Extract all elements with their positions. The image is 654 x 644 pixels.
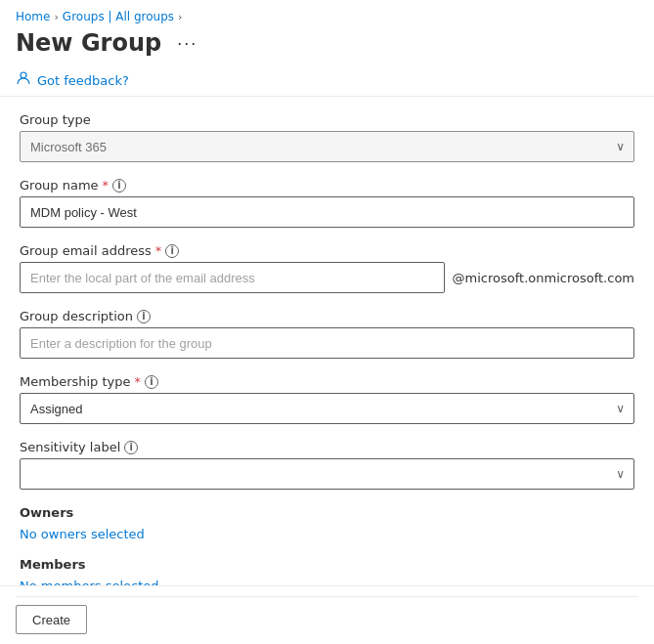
group-email-info-icon[interactable]: i — [165, 244, 179, 258]
no-members-link[interactable]: No members selected — [20, 579, 159, 585]
page-title: New Group — [16, 29, 161, 57]
sensitivity-label-select-wrapper: ∨ — [20, 458, 634, 490]
membership-type-field: Membership type * i AssignedDynamic User… — [20, 374, 634, 424]
form-container: Group type Microsoft 365SecurityMail-ena… — [0, 97, 654, 585]
feedback-link[interactable]: Got feedback? — [37, 73, 129, 88]
sensitivity-label-field: Sensitivity label i ∨ — [20, 440, 634, 490]
email-row: @microsoft.onmicrosoft.com — [20, 262, 634, 293]
group-name-label: Group name * i — [20, 178, 634, 193]
group-name-info-icon[interactable]: i — [112, 179, 126, 193]
breadcrumb-sep-1: › — [54, 11, 58, 23]
more-options-button[interactable]: ··· — [171, 31, 203, 56]
breadcrumb-sep-2: › — [178, 11, 182, 23]
svg-point-0 — [21, 72, 26, 78]
breadcrumb: Home › Groups | All groups › — [0, 0, 654, 27]
create-button[interactable]: Create — [16, 605, 87, 634]
group-type-select[interactable]: Microsoft 365SecurityMail-enabled securi… — [20, 131, 634, 162]
group-type-label: Group type — [20, 112, 634, 127]
membership-type-required: * — [135, 374, 142, 389]
membership-type-info-icon[interactable]: i — [145, 375, 158, 389]
group-name-field: Group name * i — [20, 178, 634, 228]
feedback-icon — [16, 70, 31, 90]
group-email-field: Group email address * i @microsoft.onmic… — [20, 243, 634, 293]
group-email-required: * — [155, 243, 162, 258]
no-owners-link[interactable]: No owners selected — [20, 527, 145, 541]
membership-type-select-wrapper: AssignedDynamic UserDynamic Device ∨ — [20, 393, 634, 424]
group-email-label: Group email address * i — [20, 243, 634, 258]
group-description-input[interactable] — [20, 327, 634, 359]
group-type-field: Group type Microsoft 365SecurityMail-ena… — [20, 112, 634, 162]
email-domain: @microsoft.onmicrosoft.com — [453, 271, 634, 285]
group-description-label: Group description i — [20, 309, 634, 323]
page-container: Home › Groups | All groups › New Group ·… — [0, 0, 654, 644]
footer-divider — [16, 596, 638, 597]
group-description-info-icon[interactable]: i — [137, 310, 151, 323]
group-description-field: Group description i — [20, 309, 634, 359]
sensitivity-label-select[interactable] — [20, 458, 634, 490]
breadcrumb-home[interactable]: Home — [16, 10, 50, 23]
members-section: Members No members selected — [20, 557, 634, 585]
membership-type-select[interactable]: AssignedDynamic UserDynamic Device — [20, 393, 634, 424]
breadcrumb-groups[interactable]: Groups | All groups — [63, 10, 174, 23]
group-name-input[interactable] — [20, 196, 634, 228]
form-scroll-area: Group type Microsoft 365SecurityMail-ena… — [0, 97, 654, 585]
membership-type-label: Membership type * i — [20, 374, 634, 389]
sensitivity-label-label: Sensitivity label i — [20, 440, 634, 454]
page-header: New Group ··· — [0, 27, 654, 64]
group-email-input[interactable] — [20, 262, 445, 293]
sensitivity-label-info-icon[interactable]: i — [124, 441, 138, 454]
owners-label: Owners — [20, 505, 634, 520]
email-input-wrapper — [20, 262, 445, 293]
footer: Create — [0, 585, 654, 644]
members-label: Members — [20, 557, 634, 572]
feedback-bar: Got feedback? — [0, 64, 654, 97]
owners-section: Owners No owners selected — [20, 505, 634, 541]
group-name-required: * — [103, 178, 109, 193]
group-type-select-wrapper: Microsoft 365SecurityMail-enabled securi… — [20, 131, 634, 162]
